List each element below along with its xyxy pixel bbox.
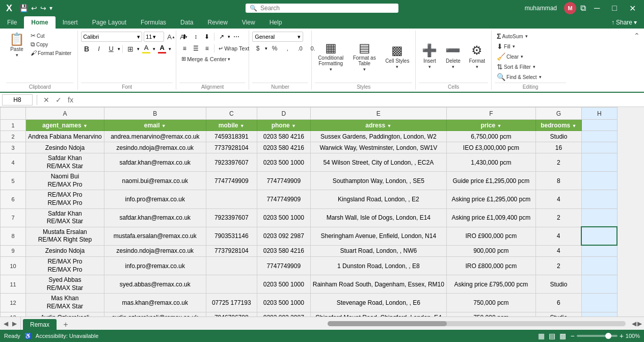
cell-h11[interactable] bbox=[581, 275, 617, 294]
close-btn[interactable]: ✕ bbox=[625, 4, 640, 13]
insert-button[interactable]: ➕ Insert ▾ bbox=[419, 43, 440, 70]
cell-e12[interactable]: Stevenage Road, London, , E6 bbox=[310, 294, 446, 312]
cell-f10[interactable]: IRO £800,000 pcm bbox=[446, 256, 535, 275]
sheet-nav-right[interactable]: ▶ bbox=[11, 320, 18, 327]
cell-f8[interactable]: IRO £900,000 pcm bbox=[446, 227, 535, 245]
cell-g5[interactable]: 8 bbox=[535, 172, 581, 190]
formula-input[interactable] bbox=[77, 94, 642, 106]
zoom-slider[interactable] bbox=[577, 335, 618, 337]
cell-g3[interactable]: 16 bbox=[535, 142, 581, 153]
cell-a2[interactable]: Andrea Fabiana Menarvino bbox=[26, 131, 104, 142]
tab-help[interactable]: Help bbox=[262, 16, 289, 29]
cell-b10[interactable]: info.pro@remax.co.uk bbox=[104, 256, 206, 275]
indent-button[interactable]: ⋯ bbox=[231, 32, 242, 42]
fill-color-button[interactable]: A bbox=[141, 43, 152, 54]
copy-button[interactable]: ⧉ Copy bbox=[29, 40, 73, 48]
tab-view[interactable]: View bbox=[235, 16, 262, 29]
save-icon[interactable]: 💾 bbox=[19, 4, 28, 12]
cell-a7[interactable]: Safdar KhanRE/MAX Star bbox=[26, 208, 104, 227]
cell-styles-button[interactable]: ▩ Cell Styles ▾ bbox=[382, 43, 412, 70]
cell-c3[interactable]: 7737928104 bbox=[206, 142, 257, 153]
delete-button[interactable]: ➖ Delete ▾ bbox=[442, 43, 464, 70]
cancel-formula-icon[interactable]: ✕ bbox=[41, 95, 51, 105]
add-sheet-button[interactable]: + bbox=[60, 319, 72, 330]
font-color-button[interactable]: A bbox=[156, 43, 168, 54]
cell-e13[interactable]: Chingford Mount Road, Chingford, London,… bbox=[310, 312, 446, 317]
cell-f4[interactable]: 1,430,000 pcm bbox=[446, 153, 535, 172]
page-break-view-btn[interactable]: ▩ bbox=[559, 332, 566, 340]
col-header-h[interactable]: H bbox=[581, 108, 617, 120]
cell-d7[interactable]: 0203 500 1000 bbox=[257, 208, 310, 227]
cut-button[interactable]: ✂ Cut bbox=[29, 32, 73, 40]
font-size-selector[interactable]: 11 ▾ bbox=[144, 32, 164, 42]
fill-button[interactable]: ⬇ Fill ▾ bbox=[495, 42, 517, 51]
cell-f12[interactable]: 750,000 pcm bbox=[446, 294, 535, 312]
col-header-a[interactable]: A bbox=[26, 108, 104, 120]
paste-button[interactable]: 📋 Paste ▾ bbox=[6, 32, 28, 59]
cell-e11[interactable]: Rainham Road South, Dagenham, Essex, RM1… bbox=[310, 275, 446, 294]
cell-a13[interactable]: Aydin Ozkarakasli bbox=[26, 312, 104, 317]
cell-c13[interactable]: 7946706708 bbox=[206, 312, 257, 317]
sheet-nav-left[interactable]: ◀ bbox=[2, 320, 10, 327]
bold-button[interactable]: B bbox=[81, 44, 92, 54]
header-bedrooms[interactable]: bedrooms ▼ bbox=[535, 120, 581, 131]
cell-c6[interactable] bbox=[206, 190, 257, 208]
increase-font-button[interactable]: A▲ bbox=[166, 32, 177, 42]
cell-c2[interactable]: 7459318391 bbox=[206, 131, 257, 142]
zoom-thumb[interactable] bbox=[605, 333, 611, 339]
cell-b8[interactable]: mustafa.ersalan@remax.co.uk bbox=[104, 227, 206, 245]
tab-data[interactable]: Data bbox=[173, 16, 200, 29]
confirm-formula-icon[interactable]: ✓ bbox=[53, 95, 64, 105]
cell-c4[interactable]: 7923397607 bbox=[206, 153, 257, 172]
percent-button[interactable]: % bbox=[269, 43, 280, 54]
cell-f7[interactable]: Asking price £1,009,400 pcm bbox=[446, 208, 535, 227]
cell-h13[interactable] bbox=[581, 312, 617, 317]
cell-d12[interactable]: 0203 500 1000 bbox=[257, 294, 310, 312]
increase-decimal-button[interactable]: .0 bbox=[294, 43, 306, 54]
cell-d9[interactable]: 0203 580 4216 bbox=[257, 245, 310, 256]
cell-b4[interactable]: safdar.khan@remax.co.uk bbox=[104, 153, 206, 172]
cell-f3[interactable]: IEO £3,000,000 pcm bbox=[446, 142, 535, 153]
underline-dropdown[interactable]: ▾ bbox=[118, 46, 120, 51]
align-top-button[interactable]: ⬆ bbox=[179, 32, 190, 42]
header-agent-names[interactable]: agent_names ▼ bbox=[26, 120, 104, 131]
cell-c12[interactable]: 07725 177193 bbox=[206, 294, 257, 312]
cell-g8[interactable]: 4 bbox=[535, 227, 581, 245]
align-middle-button[interactable]: ↕ bbox=[191, 32, 201, 42]
cell-h5[interactable] bbox=[581, 172, 617, 190]
header-adress[interactable]: adress ▼ bbox=[310, 120, 446, 131]
cell-h10[interactable] bbox=[581, 256, 617, 275]
align-right-button[interactable]: ≡ bbox=[202, 43, 212, 54]
cell-a4[interactable]: Safdar KhanRE/MAX Star bbox=[26, 153, 104, 172]
tab-home[interactable]: Home bbox=[24, 16, 55, 29]
cell-b9[interactable]: zesindo.ndoja@remax.co.uk bbox=[104, 245, 206, 256]
conditional-formatting-button[interactable]: ▦ Conditional Formatting ▾ bbox=[315, 40, 346, 73]
cell-d8[interactable]: 0203 092 2987 bbox=[257, 227, 310, 245]
insert-function-icon[interactable]: fx bbox=[66, 95, 75, 105]
cell-d6[interactable]: 7747749909 bbox=[257, 190, 310, 208]
header-mobile[interactable]: mobile ▼ bbox=[206, 120, 257, 131]
cell-c8[interactable]: 7903531146 bbox=[206, 227, 257, 245]
cell-d2[interactable]: 0203 580 4216 bbox=[257, 131, 310, 142]
fill-dropdown[interactable]: ▾ bbox=[513, 44, 515, 49]
orientation-button[interactable]: ↗ bbox=[217, 32, 227, 42]
cell-g7[interactable]: 2 bbox=[535, 208, 581, 227]
sort-filter-dropdown[interactable]: ▾ bbox=[533, 64, 535, 69]
cell-h7[interactable] bbox=[581, 208, 617, 227]
cell-a10[interactable]: RE/MAX ProRE/MAX Pro bbox=[26, 256, 104, 275]
cell-c9[interactable]: 7737928104 bbox=[206, 245, 257, 256]
cell-h8-active[interactable] bbox=[581, 227, 617, 245]
cell-f11[interactable]: Asking price £795,000 pcm bbox=[446, 275, 535, 294]
cell-b5[interactable]: naomi.bui@remax.co.uk bbox=[104, 172, 206, 190]
cell-a6[interactable]: RE/MAX ProRE/MAX Pro bbox=[26, 190, 104, 208]
cell-b11[interactable]: syed.abbas@remax.co.uk bbox=[104, 275, 206, 294]
italic-button[interactable]: I bbox=[93, 44, 104, 54]
align-center-button[interactable]: ☰ bbox=[191, 43, 201, 54]
minimize-btn[interactable]: ─ bbox=[590, 4, 604, 13]
clear-button[interactable]: 🧹 Clear ▾ bbox=[495, 52, 525, 61]
cell-g13[interactable]: Studio bbox=[535, 312, 581, 317]
merge-center-button[interactable]: ⊞ Merge & Center ▾ bbox=[179, 55, 232, 63]
cell-h12[interactable] bbox=[581, 294, 617, 312]
cell-a9[interactable]: Zesindo Ndoja bbox=[26, 245, 104, 256]
cell-b13[interactable]: aydin.ozkarakasli@remax.co.uk bbox=[104, 312, 206, 317]
